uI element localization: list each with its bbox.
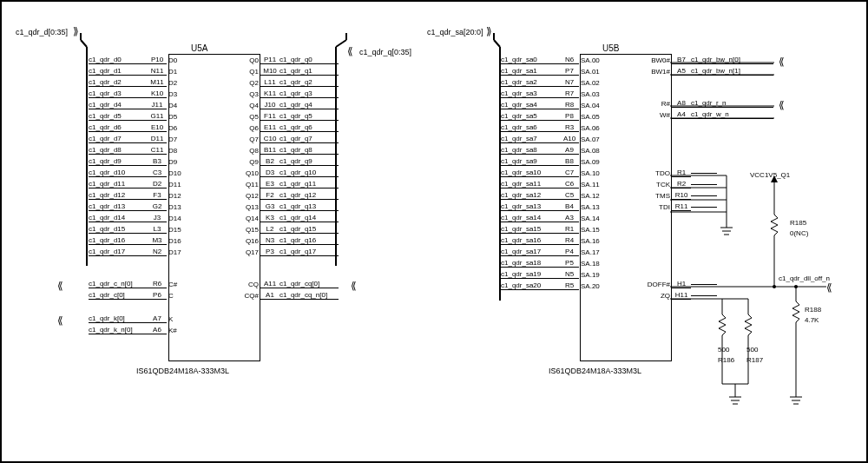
pin-num: P4: [560, 248, 579, 256]
pin-net: c1_qdr_sa15: [501, 225, 560, 234]
pin-name: K#: [167, 327, 189, 334]
u5b-partname: IS61QDB24M18A-333M3L: [549, 367, 641, 375]
pin-name: Q11: [229, 181, 260, 189]
pin-name: SA.02: [579, 79, 602, 87]
pin-row: c1_qdr_d9B3D9: [89, 157, 189, 166]
pin-name: D13: [167, 203, 189, 211]
pin-name: D15: [167, 226, 189, 234]
pin-name: SA.15: [579, 226, 602, 234]
pin-num: C7: [560, 169, 579, 177]
pin-num: N3: [260, 236, 279, 245]
pin-num: R1: [560, 225, 579, 234]
pin-name: BW1#: [641, 68, 672, 76]
pin-name: D1: [167, 68, 189, 76]
pin-num: A3: [560, 214, 579, 222]
svg-line-35: [81, 40, 87, 47]
pin-name: Q2: [229, 79, 260, 87]
pin-name: W#: [641, 111, 672, 119]
pin-num: E11: [260, 123, 279, 132]
pin-row: c1_qdr_d0P10D0: [89, 56, 189, 64]
pin-net: c1_qdr_sa0: [501, 56, 560, 64]
pin-net: c1_qdr_q10: [279, 169, 339, 177]
pin-name: SA.19: [579, 271, 602, 279]
pin-net: c1_qdr_sa1: [501, 67, 560, 76]
pin-name: D5: [167, 113, 189, 121]
pin-net: c1_qdr_d1: [89, 67, 148, 76]
pin-net: c1_qdr_sa9: [501, 157, 560, 166]
pin-num: F11: [260, 112, 279, 121]
pin-name: D14: [167, 215, 189, 222]
pin-net: c1_qdr_d8: [89, 146, 148, 155]
pin-row: c1_qdr_sa14A3SA.14: [501, 214, 602, 222]
pin-num: M10: [260, 67, 279, 76]
pin-row: c1_qdr_sa18P5SA.18: [501, 259, 602, 268]
pin-name: D8: [167, 147, 189, 155]
pin-name: SA.11: [579, 181, 602, 189]
pin-name: D0: [167, 56, 189, 64]
pin-net: c1_qdr_q14: [279, 214, 339, 222]
pin-row: c1_qdr_sa1P7SA.01: [501, 67, 602, 76]
pin-row: Q17P3c1_qdr_q17: [229, 248, 339, 256]
pin-name: Q14: [229, 215, 260, 222]
pin-num: D2: [148, 180, 167, 189]
pin-net: c1_qdr_sa6: [501, 123, 560, 132]
pin-row: c1_qdr_k_n[0]A6K#: [89, 326, 189, 334]
bus-sa-label: c1_qdr_sa[20:0]: [427, 28, 483, 36]
pin-num: J10: [260, 101, 279, 109]
bus-d-label: c1_qdr_d[0:35]: [16, 28, 68, 36]
pin-num: M3: [148, 236, 167, 245]
pin-name: Q10: [229, 169, 260, 177]
pin-net: c1_qdr_q7: [279, 135, 339, 143]
pin-num: B11: [260, 146, 279, 155]
pin-net: c1_qdr_q2: [279, 78, 339, 87]
pin-num: P6: [148, 291, 167, 300]
pin-name: TCK: [641, 181, 672, 189]
pin-num: B3: [148, 157, 167, 166]
pin-name: SA.12: [579, 192, 602, 200]
pin-row: c1_qdr_d8C11D8: [89, 146, 189, 155]
pin-row: Q8B11c1_qdr_q8: [229, 146, 339, 155]
pin-name: SA.00: [579, 56, 602, 64]
pin-net: c1_qdr_d6: [89, 123, 148, 132]
pin-net: c1_qdr_sa18: [501, 259, 560, 268]
pin-name: D9: [167, 158, 189, 166]
pin-name: SA.01: [579, 68, 602, 76]
pin-row: Q2L11c1_qdr_q2: [229, 78, 339, 87]
pin-net: c1_qdr_q3: [279, 89, 339, 98]
pin-net: c1_qdr_sa5: [501, 112, 560, 121]
pin-num: N11: [148, 67, 167, 76]
pin-net: c1_qdr_d3: [89, 89, 148, 98]
pin-net: c1_qdr_sa19: [501, 270, 560, 279]
pin-row: c1_qdr_sa19N5SA.19: [501, 270, 602, 279]
pin-name: D4: [167, 102, 189, 109]
pin-net: c1_qdr_sa3: [501, 89, 560, 98]
pin-name: Q16: [229, 237, 260, 245]
svg-line-38: [336, 40, 346, 47]
pin-row: c1_qdr_sa4R8SA.04: [501, 101, 602, 109]
pin-num: M11: [148, 78, 167, 87]
pin-num: J3: [148, 214, 167, 222]
pin-num: P10: [148, 56, 167, 64]
pin-row: Q7C10c1_qdr_q7: [229, 135, 339, 143]
pin-row: c1_qdr_d3K10D3: [89, 89, 189, 98]
pin-num: N2: [148, 248, 167, 256]
pin-name: D3: [167, 90, 189, 98]
pin-name: SA.06: [579, 124, 602, 132]
u5a-d-bus-line: [75, 30, 88, 273]
pin-num: K10: [148, 89, 167, 98]
pin-net: c1_qdr_sa4: [501, 101, 560, 109]
pin-num: B8: [560, 157, 579, 166]
pin-num: E3: [260, 180, 279, 189]
pin-row: Q4J10c1_qdr_q4: [229, 101, 339, 109]
pin-name: Q17: [229, 248, 260, 256]
pin-name: SA.13: [579, 203, 602, 211]
pin-net: c1_qdr_d14: [89, 214, 148, 222]
u5a-partname: IS61QDB24M18A-333M3L: [136, 367, 229, 375]
pin-name: D7: [167, 136, 189, 143]
pin-row: Q15L2c1_qdr_q15: [229, 225, 339, 234]
pin-num: A1: [260, 291, 279, 300]
k-arrow: ⟪: [57, 314, 63, 327]
c-n-arrow: ⟪: [57, 280, 63, 292]
pin-name: SA.04: [579, 102, 602, 109]
pin-net: c1_qdr_d4: [89, 101, 148, 109]
